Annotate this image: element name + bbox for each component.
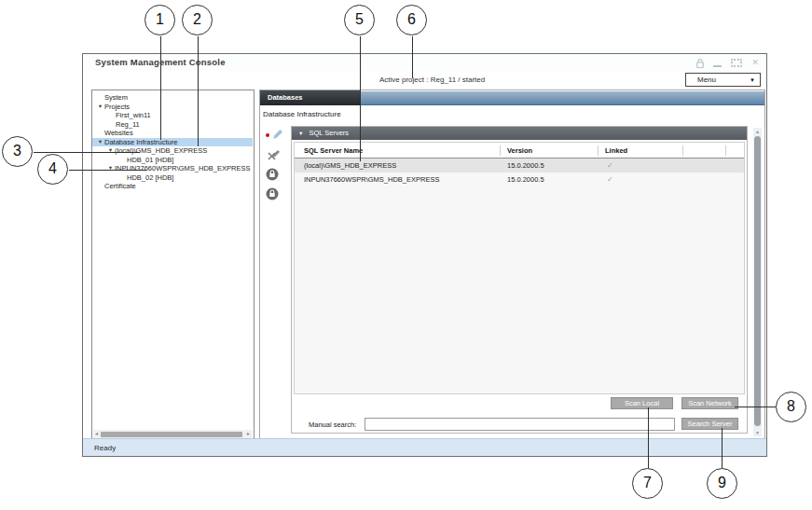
close-icon[interactable]: ✕ <box>751 59 759 67</box>
scrollbar-thumb[interactable] <box>754 136 761 426</box>
scroll-up-icon[interactable]: ▲ <box>753 129 762 134</box>
tree-rows: System ▼Projects First_win11 Reg_11 Webs… <box>92 93 253 191</box>
callout-3: 3 <box>2 136 33 167</box>
tree-expander-icon[interactable]: ▼ <box>96 138 104 147</box>
callout-line-3 <box>34 152 140 153</box>
databases-panel: Databases Database Infrastructure <box>259 90 765 440</box>
tree-item-websites[interactable]: Websites <box>92 129 253 138</box>
tab-databases[interactable]: Databases <box>260 90 360 105</box>
navigation-tree-panel: System ▼Projects First_win11 Reg_11 Webs… <box>91 90 255 440</box>
tree-item-certificate[interactable]: Certificate <box>92 182 253 191</box>
manual-search-input[interactable] <box>365 418 675 431</box>
column-divider <box>598 145 599 156</box>
database-tools-toolbar <box>265 128 285 206</box>
disconnect-icon[interactable] <box>265 147 283 162</box>
callout-1: 1 <box>145 5 175 35</box>
callout-line-8 <box>735 407 776 407</box>
toolbar: Active project : Reg_11 / started Menu ▼ <box>83 71 766 88</box>
tree-item-system[interactable]: System <box>92 93 253 103</box>
column-header-linked: Linked <box>605 146 627 155</box>
callout-8: 8 <box>776 392 806 422</box>
tree-item-database-infrastructure[interactable]: ▼Database Infrastructure <box>92 138 253 147</box>
tree-expander-icon[interactable]: ▼ <box>106 164 115 173</box>
table-row[interactable]: (local)\GMS_HDB_EXPRESS 15.0.2000.5 ✓ <box>295 159 744 172</box>
callout-9: 9 <box>707 468 737 499</box>
tree-expander-icon[interactable]: ▼ <box>106 146 115 156</box>
maximize-icon[interactable] <box>731 59 742 67</box>
column-divider <box>500 145 501 156</box>
tree-item-first-win11[interactable]: First_win11 <box>92 111 253 120</box>
titlebar: System Management Console ✕ <box>83 54 766 71</box>
column-header-name: SQL Server Name <box>304 146 363 155</box>
tree-expander-icon[interactable]: ▼ <box>96 103 104 112</box>
minimize-icon[interactable] <box>713 59 722 67</box>
check-icon: ✓ <box>607 159 613 172</box>
menu-dropdown-label: Menu <box>686 76 750 84</box>
accent-bar <box>360 91 764 105</box>
tree-item-reg-11[interactable]: Reg_11 <box>92 120 253 130</box>
callout-line-7 <box>648 407 649 468</box>
scroll-right-icon[interactable]: ► <box>246 431 251 437</box>
sql-servers-groupbox: ▼SQL Servers SQL Server Name Version Lin… <box>291 126 748 434</box>
search-server-button[interactable]: Search Server <box>681 418 738 430</box>
table-header-row: SQL Server Name Version Linked <box>295 143 744 159</box>
sql-servers-title: SQL Servers <box>309 129 349 137</box>
manual-search-label: Manual search: <box>309 420 356 429</box>
lock-icon <box>696 59 704 68</box>
scrollbar-thumb[interactable] <box>101 432 242 437</box>
tree-item-projects[interactable]: ▼Projects <box>92 103 253 112</box>
sql-servers-list: SQL Server Name Version Linked (local)\G… <box>294 142 745 394</box>
tree-item-local-sql-server[interactable]: ▼(local)\GMS_HDB_EXPRESS <box>92 146 253 156</box>
callout-2: 2 <box>182 5 213 35</box>
tree-item-network-sql-server[interactable]: ▼INPUN37660WSPR\GMS_HDB_EXPRESS <box>92 164 253 173</box>
status-text: Ready <box>94 444 116 452</box>
scroll-left-icon[interactable]: ◄ <box>94 431 99 437</box>
tree-horizontal-scrollbar[interactable]: ◄ ► <box>93 430 253 438</box>
check-icon: ✓ <box>607 172 613 186</box>
menu-dropdown[interactable]: Menu ▼ <box>685 73 761 87</box>
tree-item-hdb-02[interactable]: HDB_02 [HDB] <box>92 173 253 183</box>
panel-vertical-scrollbar[interactable]: ▲ ▼ <box>753 128 762 436</box>
callout-5: 5 <box>344 5 375 35</box>
column-divider <box>682 145 683 156</box>
tree-item-hdb-01[interactable]: HDB_01 [HDB] <box>92 156 253 165</box>
scan-network-button[interactable]: Scan Network <box>681 397 738 409</box>
active-project-status: Active project : Reg_11 / started <box>379 76 485 84</box>
table-row[interactable]: INPUN37660WSPR\GMS_HDB_EXPRESS 15.0.2000… <box>295 172 744 186</box>
callout-7: 7 <box>632 468 663 499</box>
lock-icon[interactable] <box>265 167 283 182</box>
column-header-version: Version <box>507 146 532 155</box>
connect-edit-icon[interactable] <box>265 128 283 143</box>
callout-line-6 <box>412 36 413 78</box>
callout-line-5 <box>360 36 361 161</box>
callout-line-4 <box>69 170 146 171</box>
collapse-arrow-icon[interactable]: ▼ <box>298 131 303 136</box>
window-controls: ✕ <box>696 58 759 68</box>
scan-local-button[interactable]: Scan Local <box>611 397 673 409</box>
callout-6: 6 <box>396 5 427 35</box>
system-management-console-window: System Management Console ✕ Active proje… <box>82 53 767 457</box>
status-bar: Ready <box>83 438 766 456</box>
column-divider <box>725 145 726 156</box>
chevron-down-icon: ▼ <box>750 77 760 83</box>
breadcrumb: Database Infrastructure <box>263 110 341 118</box>
lock-icon[interactable] <box>265 186 283 201</box>
callout-line-9 <box>722 428 723 468</box>
callout-line-1 <box>160 36 161 140</box>
callout-line-2 <box>198 36 199 146</box>
scroll-down-icon[interactable]: ▼ <box>753 430 762 435</box>
callout-4: 4 <box>37 154 68 185</box>
